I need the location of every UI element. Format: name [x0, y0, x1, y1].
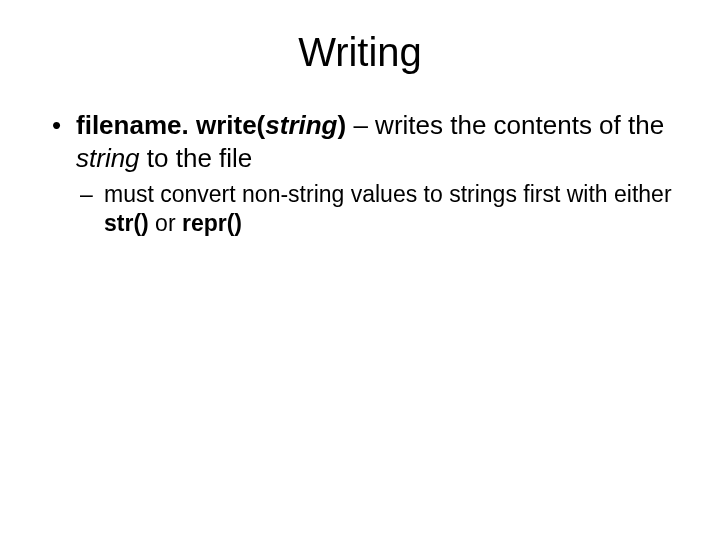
bullet-text-string-italic: string — [76, 143, 140, 173]
code-str: str() — [104, 210, 149, 236]
slide-title: Writing — [48, 30, 672, 75]
bullet-list-level1: filename. write(string) – writes the con… — [48, 109, 672, 238]
sub-text-or: or — [149, 210, 182, 236]
sub-text-1: must convert non-string values to string… — [104, 181, 672, 207]
code-filename-write: filename. write( — [76, 110, 265, 140]
bullet-item-1: filename. write(string) – writes the con… — [48, 109, 672, 238]
slide: Writing filename. write(string) – writes… — [0, 0, 720, 540]
code-close-paren: ) — [338, 110, 347, 140]
bullet-dash: – — [346, 110, 375, 140]
sub-bullet-1: must convert non-string values to string… — [76, 180, 672, 238]
code-repr: repr() — [182, 210, 242, 236]
bullet-text-1b: to the file — [140, 143, 253, 173]
bullet-text-1a: writes the contents of the — [375, 110, 664, 140]
bullet-list-level2: must convert non-string values to string… — [76, 180, 672, 238]
code-arg-string: string — [265, 110, 337, 140]
